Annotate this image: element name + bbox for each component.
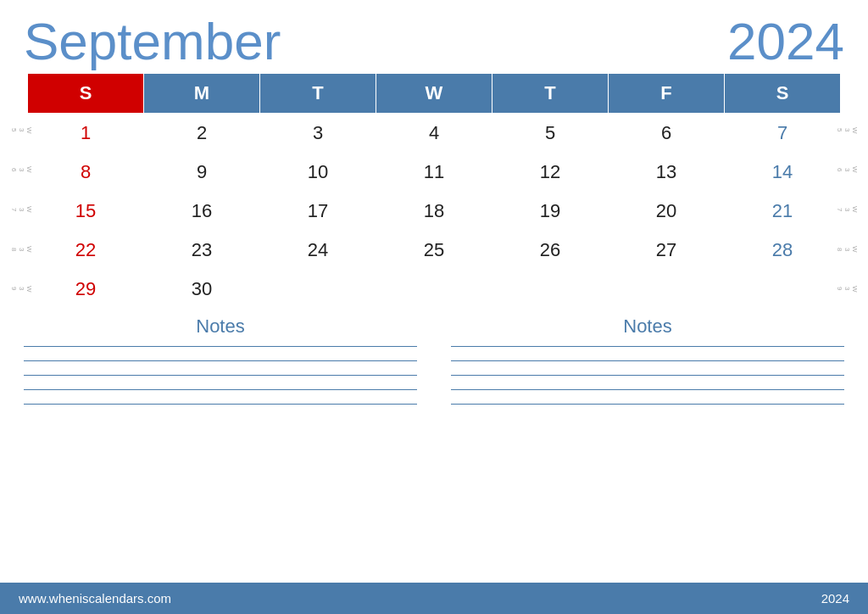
calendar-day-cell: 21 (725, 192, 841, 231)
week-num-r37: W37 (841, 191, 853, 228)
footer-url: www.wheniscalendars.com (19, 591, 171, 606)
calendar-day-cell: 17 (260, 192, 376, 231)
page-header: September 2024 (0, 0, 868, 73)
right-week-numbers: W35 W36 W37 W38 W39 (841, 73, 853, 309)
header-thursday: T (492, 74, 609, 114)
week-num-36: W36 (15, 151, 27, 188)
calendar-day-cell (609, 270, 725, 309)
calendar-day-cell: 7 (725, 114, 841, 154)
calendar-day-cell: 25 (376, 231, 492, 270)
footer-year: 2024 (821, 591, 849, 606)
week-num-r35: W35 (841, 111, 853, 148)
calendar-table: S M T W T F S 12345678910111213141516171… (27, 73, 841, 309)
week-num-38: W38 (15, 231, 27, 268)
calendar-day-cell: 11 (376, 153, 492, 192)
notes-line-1 (24, 346, 417, 347)
calendar-day-cell (260, 270, 376, 309)
notes-right-line-2 (451, 360, 844, 361)
notes-line-5 (24, 404, 417, 405)
left-week-numbers: W35 W36 W37 W38 W39 (15, 73, 27, 309)
calendar-day-cell: 27 (609, 231, 725, 270)
calendar-day-cell: 20 (609, 192, 725, 231)
notes-line-2 (24, 360, 417, 361)
notes-right-label: Notes (451, 315, 844, 338)
header-saturday: S (725, 74, 841, 114)
notes-right-line-3 (451, 375, 844, 376)
calendar-week-row: 15161718192021 (28, 192, 841, 231)
notes-right-line-4 (451, 389, 844, 390)
notes-left-panel: Notes (24, 315, 417, 583)
calendar-day-cell: 16 (144, 192, 260, 231)
calendar-day-cell (725, 270, 841, 309)
calendar-week-row: 2930 (28, 270, 841, 309)
notes-right-line-1 (451, 346, 844, 347)
calendar-week-row: 891011121314 (28, 153, 841, 192)
calendar-day-cell: 15 (28, 192, 144, 231)
calendar-day-cell: 22 (28, 231, 144, 270)
header-wednesday: W (376, 74, 492, 114)
calendar-day-cell: 3 (260, 114, 376, 154)
year-title: 2024 (727, 15, 844, 68)
calendar-section: W35 W36 W37 W38 W39 S M T W T F S (0, 73, 868, 309)
week-num-r36: W36 (841, 151, 853, 188)
calendar-day-cell: 8 (28, 153, 144, 192)
calendar-day-cell: 23 (144, 231, 260, 270)
calendar-day-cell (376, 270, 492, 309)
calendar-wrapper: W35 W36 W37 W38 W39 S M T W T F S (15, 73, 853, 309)
calendar-day-cell: 14 (725, 153, 841, 192)
header-sunday: S (28, 74, 144, 114)
calendar-day-cell: 13 (609, 153, 725, 192)
notes-line-3 (24, 375, 417, 376)
month-title: September (24, 15, 281, 68)
calendar-page: September 2024 W35 W36 W37 W38 W39 S M T… (0, 0, 868, 614)
calendar-day-cell: 9 (144, 153, 260, 192)
calendar-day-cell: 19 (492, 192, 609, 231)
calendar-day-cell: 28 (725, 231, 841, 270)
calendar-day-cell: 29 (28, 270, 144, 309)
notes-right-lines (451, 346, 844, 405)
notes-left-lines (24, 346, 417, 405)
calendar-day-cell: 2 (144, 114, 260, 154)
calendar-day-cell: 4 (376, 114, 492, 154)
calendar-day-cell (492, 270, 609, 309)
calendar-week-row: 1234567 (28, 114, 841, 154)
days-header-row: S M T W T F S (28, 74, 841, 114)
week-num-35: W35 (15, 111, 27, 148)
header-monday: M (144, 74, 260, 114)
notes-right-line-5 (451, 404, 844, 405)
calendar-day-cell: 10 (260, 153, 376, 192)
notes-left-label: Notes (24, 315, 417, 338)
header-friday: F (609, 74, 725, 114)
page-footer: www.wheniscalendars.com 2024 (0, 583, 868, 614)
week-num-39: W39 (15, 271, 27, 308)
notes-section: Notes Notes (0, 309, 868, 583)
week-num-r39: W39 (841, 271, 853, 308)
notes-line-4 (24, 389, 417, 390)
calendar-day-cell: 5 (492, 114, 609, 154)
calendar-day-cell: 6 (609, 114, 725, 154)
week-num-r38: W38 (841, 231, 853, 268)
calendar-week-row: 22232425262728 (28, 231, 841, 270)
header-tuesday: T (260, 74, 376, 114)
week-num-37: W37 (15, 191, 27, 228)
calendar-day-cell: 18 (376, 192, 492, 231)
calendar-day-cell: 1 (28, 114, 144, 154)
calendar-day-cell: 24 (260, 231, 376, 270)
calendar-day-cell: 26 (492, 231, 609, 270)
notes-right-panel: Notes (451, 315, 844, 583)
calendar-day-cell: 30 (144, 270, 260, 309)
calendar-day-cell: 12 (492, 153, 609, 192)
